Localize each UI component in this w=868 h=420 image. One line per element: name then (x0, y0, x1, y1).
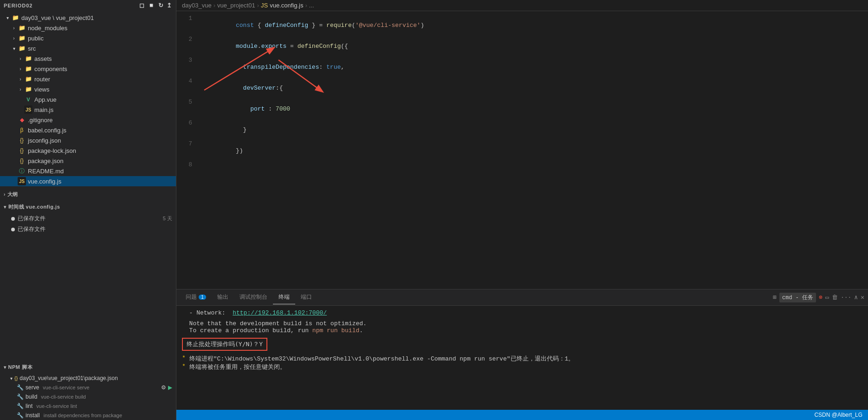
tree-item-package-lock[interactable]: {} package-lock.json (0, 145, 176, 156)
network-url[interactable]: http://192.168.1.102:7000/ (233, 309, 327, 316)
tab-output[interactable]: 输出 (212, 290, 234, 304)
refresh-icon[interactable]: ↻ (158, 2, 164, 9)
terminal-panel: 问题 1 输出 调试控制台 终端 端口 ⊞ cmd - 任务 ⊗ ▭ 🗑 ··· (176, 289, 868, 410)
code-editor[interactable]: 1 const { defineConfig } = require('@vue… (176, 11, 868, 289)
wrench-icon-serve: 🔧 (17, 384, 24, 391)
tab-debug-label: 调试控制台 (240, 293, 267, 301)
npm-lint-name: lint (26, 403, 32, 409)
tree-label-components: components (34, 66, 67, 72)
tab-terminal-label: 终端 (279, 293, 290, 301)
tab-problems[interactable]: 问题 1 (180, 290, 212, 304)
new-terminal-icon[interactable]: ▭ (825, 294, 829, 301)
breadcrumb-js-icon: JS (261, 2, 268, 9)
outline-label: 大纲 (7, 191, 18, 198)
tree-item-router[interactable]: › 📁 router (0, 74, 176, 84)
tree-item-views[interactable]: › 📁 views (0, 84, 176, 94)
tree-item-jsconfig[interactable]: {} jsconfig.json (0, 135, 176, 145)
star-icon-1: * (182, 354, 186, 363)
tree-item-vue-config[interactable]: JS vue.config.js (0, 176, 176, 186)
npm-serve-cmd: vue-cli-service serve (43, 385, 89, 390)
npm-script-lint[interactable]: 🔧 lint vue-cli-service lint (0, 401, 176, 411)
line-num-6: 6 (176, 119, 200, 126)
npm-package-header[interactable]: ▾ {} day03_vue\vue_project01\package.jso… (0, 374, 176, 383)
chevron-up-icon[interactable]: ∧ (854, 294, 858, 301)
delete-terminal-icon[interactable]: 🗑 (832, 294, 838, 301)
folder-icon: 📁 (24, 75, 32, 83)
line-content-4: devServer:{ (200, 78, 868, 98)
npm-build-left: 🔧 build vue-cli-service build (17, 394, 86, 400)
code-line-2: 2 module.exports = defineConfig({ (176, 36, 868, 57)
npm-serve-name: serve (26, 384, 39, 391)
tree-label-day03: day03_vue \ vue_project01 (21, 14, 94, 21)
tree-item-package-json[interactable]: {} package.json (0, 156, 176, 166)
more-actions-icon[interactable]: ··· (841, 294, 851, 301)
sidebar-header-icons: ◻ ◽ ↻ ↥ (139, 2, 172, 9)
breadcrumb-filename: vue.config.js (270, 2, 303, 9)
tab-terminal[interactable]: 终端 (273, 290, 295, 304)
npm-arrow: ▾ (4, 365, 6, 370)
timeline-section-header[interactable]: ▾ 时间线 vue.config.js (0, 201, 176, 213)
main-content: day03_vue › vue_project01 › JS vue.confi… (176, 0, 868, 420)
tree-label-vue-config: vue.config.js (28, 178, 61, 185)
new-folder-icon[interactable]: ◽ (148, 2, 155, 9)
npm-serve-actions: ⚙ ▶ (161, 384, 172, 391)
terminal-tabs: 问题 1 输出 调试控制台 终端 端口 ⊞ cmd - 任务 ⊗ ▭ 🗑 ··· (176, 289, 868, 306)
folder-icon: 📁 (24, 65, 32, 73)
outline-arrow: › (4, 192, 6, 197)
folder-icon: 📁 (18, 24, 26, 32)
tree-item-babel-config[interactable]: β babel.config.js (0, 125, 176, 135)
babel-icon: β (18, 126, 26, 134)
sidebar: PERIOD02 ◻ ◽ ↻ ↥ ▾ 📁 day03_vue \ vue_pro… (0, 0, 176, 420)
breadcrumb-project: vue_project01 (217, 2, 255, 9)
line-content-7: }) (200, 140, 868, 161)
tree-item-day03[interactable]: ▾ 📁 day03_vue \ vue_project01 (0, 13, 176, 23)
breadcrumb-sep2: › (257, 2, 259, 9)
tree-item-app-vue[interactable]: V App.vue (0, 94, 176, 105)
folder-icon: 📁 (18, 34, 26, 42)
new-file-icon[interactable]: ◻ (139, 2, 145, 9)
terminal-star-line-2: * 终端将被任务重用，按任意键关闭。 (182, 363, 862, 371)
folder-arrow: › (10, 26, 18, 31)
split-panel-icon[interactable]: ⊞ (773, 294, 777, 301)
npm-install-name: install (26, 412, 40, 419)
close-task-icon[interactable]: ⊗ (819, 294, 823, 301)
tree-item-readme[interactable]: ⓘ README.md (0, 166, 176, 176)
terminal-input-container: 终止批处理操作吗(Y/N)？Y (182, 336, 862, 353)
npm-script-build[interactable]: 🔧 build vue-cli-service build (0, 392, 176, 401)
outline-section-header[interactable]: › 大纲 (0, 188, 176, 201)
editor-area: 1 const { defineConfig } = require('@vue… (176, 11, 868, 289)
breadcrumb-sep1: › (214, 2, 215, 9)
tree-item-gitignore[interactable]: ◆ .gitignore (0, 115, 176, 125)
timeline-dot-1 (11, 217, 15, 221)
line-num-2: 2 (176, 36, 200, 43)
close-panel-icon[interactable]: ✕ (861, 294, 864, 301)
tree-item-node-modules[interactable]: › 📁 node_modules (0, 23, 176, 33)
tree-item-components[interactable]: › 📁 components (0, 64, 176, 74)
tree-label-app-vue: App.vue (34, 96, 57, 103)
terminal-line-note1: Note that the development build is not o… (182, 320, 862, 327)
breadcrumb-day03: day03_vue (182, 2, 212, 9)
folder-icon: 📁 (18, 44, 26, 52)
tree-label-readme: README.md (28, 168, 64, 175)
tree-label-src: src (28, 45, 36, 52)
tab-ports[interactable]: 端口 (295, 290, 317, 304)
wrench-icon-install: 🔧 (17, 412, 24, 419)
gear-icon-serve[interactable]: ⚙ (161, 384, 166, 391)
tree-item-src[interactable]: ▾ 📁 src (0, 43, 176, 53)
terminal-body: - Network: http://192.168.1.102:7000/ No… (176, 306, 868, 410)
tree-item-public[interactable]: › 📁 public (0, 33, 176, 43)
npm-build-cmd: vue-cli-service build (41, 394, 86, 400)
npm-script-serve[interactable]: 🔧 serve vue-cli-service serve ⚙ ▶ (0, 383, 176, 392)
line-content-1: const { defineConfig } = require('@vue/c… (200, 15, 868, 36)
npm-section-header[interactable]: ▾ NPM 脚本 (0, 361, 176, 374)
tab-debug-console[interactable]: 调试控制台 (234, 290, 273, 304)
js-icon-2: JS (18, 177, 26, 185)
tree-label-package-lock: package-lock.json (28, 147, 76, 154)
npm-script-install[interactable]: 🔧 install install dependencies from pack… (0, 411, 176, 420)
tree-label-jsconfig: jsconfig.json (28, 137, 61, 144)
play-icon-serve[interactable]: ▶ (168, 384, 172, 391)
tree-item-assets[interactable]: › 📁 assets (0, 53, 176, 64)
collapse-icon[interactable]: ↥ (167, 2, 172, 9)
tab-output-label: 输出 (217, 293, 228, 301)
tree-item-main-js[interactable]: JS main.js (0, 105, 176, 115)
